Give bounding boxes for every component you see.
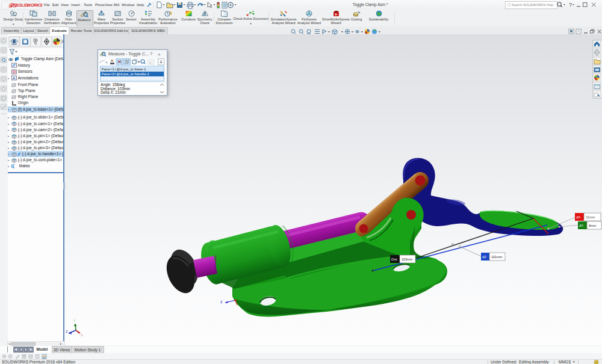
svg-text:21mm: 21mm bbox=[586, 215, 595, 219]
svg-text:Dist: Dist bbox=[391, 258, 397, 261]
svg-text:×: × bbox=[158, 52, 161, 57]
svg-text:X: X bbox=[81, 333, 83, 337]
svg-text:Delta X: 21mm: Delta X: 21mm bbox=[101, 90, 126, 94]
svg-text:dX:: dX: bbox=[576, 215, 582, 219]
svg-text:Z: Z bbox=[66, 330, 68, 333]
svg-text:Face<2>@d-joe_tc-handle-1: Face<2>@d-joe_tc-handle-1 bbox=[102, 72, 149, 76]
svg-text:6mm: 6mm bbox=[589, 224, 597, 227]
svg-text:dZ:: dZ: bbox=[482, 255, 487, 259]
svg-text:103mm: 103mm bbox=[402, 258, 413, 261]
svg-text:?: ? bbox=[150, 51, 152, 57]
svg-text:Y: Y bbox=[73, 319, 76, 322]
svg-text:101mm: 101mm bbox=[491, 255, 503, 259]
svg-text:?: ? bbox=[569, 2, 572, 8]
svg-text:Face<1>@d-joe_tc-base-1: Face<1>@d-joe_tc-base-1 bbox=[102, 67, 146, 71]
svg-text:Z: Z bbox=[220, 300, 223, 304]
svg-text:WORKS: WORKS bbox=[27, 3, 43, 7]
svg-text:Measure - Toggle C...: Measure - Toggle C... bbox=[108, 52, 149, 57]
svg-text:dY:: dY: bbox=[579, 224, 584, 227]
svg-text:A: A bbox=[13, 76, 16, 80]
svg-text:Ω: Ω bbox=[36, 39, 38, 42]
svg-text:SOLID: SOLID bbox=[16, 3, 28, 7]
